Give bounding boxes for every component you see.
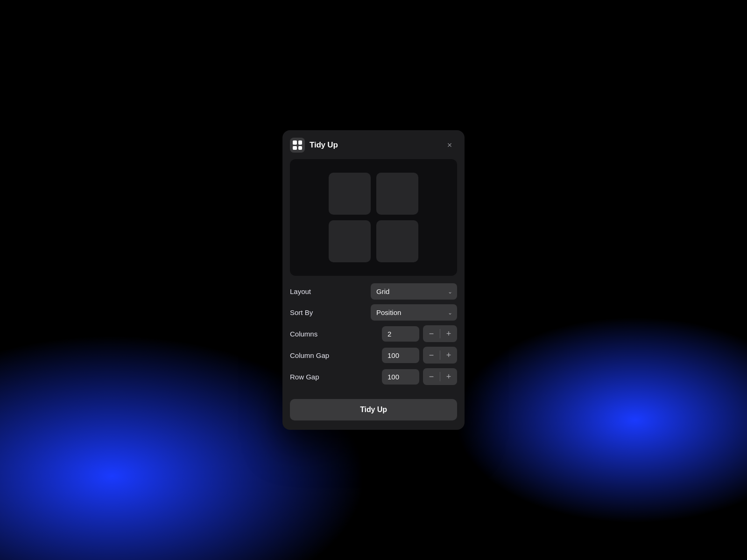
preview-cell-3	[329, 220, 371, 262]
app-icon-dot-4	[298, 146, 303, 150]
tidy-up-dialog: Tidy Up × Layout Grid Row Column Custom …	[282, 130, 465, 430]
column-gap-control: − +	[382, 347, 457, 364]
app-icon-dot-3	[293, 146, 297, 150]
columns-input[interactable]	[382, 326, 419, 342]
app-icon-dot-2	[298, 140, 303, 145]
form-section: Layout Grid Row Column Custom ⌄ Sort By …	[282, 283, 465, 395]
row-gap-stepper: − +	[423, 368, 457, 385]
column-gap-row: Column Gap − +	[290, 347, 457, 364]
tidy-btn-wrapper: Tidy Up	[282, 395, 465, 430]
preview-cell-1	[329, 173, 371, 215]
column-gap-input[interactable]	[382, 348, 419, 363]
row-gap-increment-button[interactable]: +	[440, 368, 457, 385]
row-gap-decrement-button[interactable]: −	[423, 368, 440, 385]
layout-row: Layout Grid Row Column Custom ⌄	[290, 283, 457, 300]
column-gap-increment-button[interactable]: +	[440, 347, 457, 364]
columns-label: Columns	[290, 330, 337, 338]
title-bar: Tidy Up ×	[282, 130, 465, 159]
close-button[interactable]: ×	[444, 140, 455, 151]
layout-dropdown-wrapper: Grid Row Column Custom ⌄	[371, 283, 457, 300]
columns-increment-button[interactable]: +	[440, 325, 457, 342]
preview-cell-4	[376, 220, 418, 262]
sort-by-dropdown-wrapper: Position Name Date Size ⌄	[371, 304, 457, 321]
tidy-up-button[interactable]: Tidy Up	[290, 399, 457, 420]
dialog-title: Tidy Up	[310, 140, 338, 150]
app-icon	[290, 138, 305, 153]
layout-label: Layout	[290, 287, 337, 295]
columns-row: Columns − +	[290, 325, 457, 342]
row-gap-control: − +	[382, 368, 457, 385]
title-left: Tidy Up	[290, 138, 338, 153]
sort-by-row: Sort By Position Name Date Size ⌄	[290, 304, 457, 321]
row-gap-label: Row Gap	[290, 373, 337, 381]
preview-cell-2	[376, 173, 418, 215]
column-gap-label: Column Gap	[290, 351, 337, 359]
layout-preview	[290, 159, 457, 276]
columns-stepper: − +	[423, 325, 457, 342]
sort-by-label: Sort By	[290, 308, 337, 316]
layout-select[interactable]: Grid Row Column Custom	[371, 283, 457, 300]
row-gap-row: Row Gap − +	[290, 368, 457, 385]
columns-decrement-button[interactable]: −	[423, 325, 440, 342]
column-gap-stepper: − +	[423, 347, 457, 364]
column-gap-decrement-button[interactable]: −	[423, 347, 440, 364]
columns-control: − +	[382, 325, 457, 342]
app-icon-dot-1	[293, 140, 297, 145]
sort-by-select[interactable]: Position Name Date Size	[371, 304, 457, 321]
preview-grid	[329, 173, 418, 262]
row-gap-input[interactable]	[382, 369, 419, 385]
